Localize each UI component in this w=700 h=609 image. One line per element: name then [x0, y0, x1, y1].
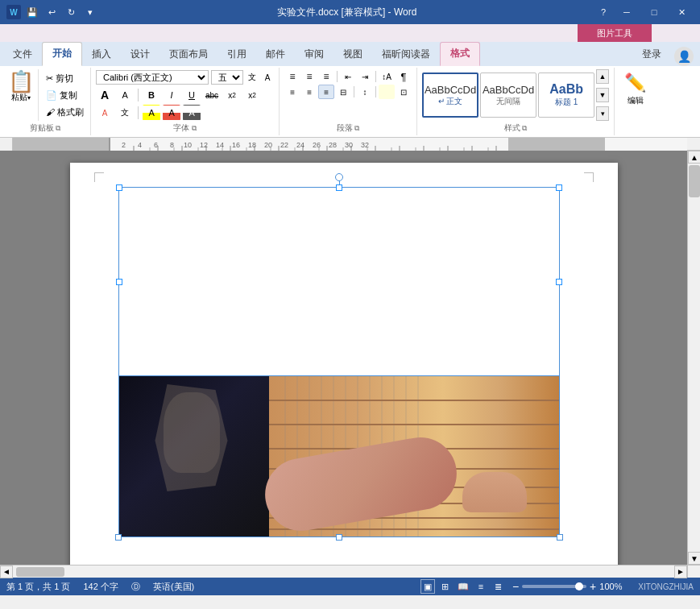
view-web-btn[interactable]: ⊞	[438, 579, 453, 594]
style-heading1-preview: AaBb	[549, 82, 583, 97]
zoom-level[interactable]: 100%	[599, 582, 625, 591]
line-spacing-btn[interactable]: ↕	[357, 85, 373, 99]
svg-text:12: 12	[200, 141, 208, 149]
tab-view[interactable]: 视图	[333, 44, 372, 66]
underline-btn[interactable]: U	[183, 87, 201, 103]
word-count[interactable]: 142 个字	[83, 581, 118, 593]
strikethrough-btn[interactable]: abc	[203, 87, 221, 103]
help-btn[interactable]: ?	[595, 5, 611, 19]
image-container[interactable]: ⊡	[118, 187, 560, 537]
handle-top-mid[interactable]	[336, 184, 342, 191]
shading-para-btn[interactable]	[379, 85, 395, 99]
shading-btn[interactable]: A	[183, 105, 201, 121]
document-page[interactable]: ⊡	[70, 163, 618, 578]
view-normal-btn[interactable]: ▣	[420, 579, 435, 594]
view-outline-btn[interactable]: ≡	[474, 579, 488, 594]
borders-btn[interactable]: ⊡	[396, 85, 412, 99]
multilevel-btn[interactable]: ≡	[318, 69, 334, 84]
scrollbar-horizontal[interactable]: ◄ ►	[0, 565, 687, 578]
numbering-btn[interactable]: ≡	[301, 69, 317, 84]
tab-file[interactable]: 文件	[3, 44, 42, 66]
highlight-btn[interactable]: A	[143, 105, 160, 121]
handle-mid-right[interactable]	[556, 279, 562, 285]
quick-undo-btn[interactable]: ↩	[43, 5, 60, 19]
align-right-btn[interactable]: ≡	[318, 85, 334, 99]
handle-mid-left[interactable]	[116, 279, 122, 285]
scroll-left-btn[interactable]: ◄	[0, 566, 13, 578]
view-read-btn[interactable]: 📖	[456, 579, 470, 594]
signin-btn[interactable]: 登录	[632, 44, 671, 66]
copy-btn[interactable]: 📄 复制	[43, 88, 87, 103]
cut-btn[interactable]: ✂ 剪切	[43, 71, 87, 86]
editing-btn[interactable]: ✏️ 编辑	[619, 69, 651, 110]
svg-rect-0	[13, 138, 110, 151]
superscript-btn[interactable]: x2	[243, 87, 261, 103]
sort-btn[interactable]: ↕A	[379, 69, 395, 84]
style-normal[interactable]: AaBbCcDd ↵ 正文	[422, 72, 478, 118]
handle-bottom-right[interactable]	[557, 534, 563, 541]
align-left-btn[interactable]: ≡	[284, 85, 300, 99]
increase-indent-btn[interactable]: ⇥	[357, 69, 373, 84]
show-marks-btn[interactable]: ¶	[396, 69, 412, 84]
scroll-h-thumb[interactable]	[16, 567, 64, 577]
tab-references[interactable]: 引用	[217, 44, 256, 66]
zoom-slider-thumb[interactable]	[575, 582, 583, 590]
tab-format[interactable]: 格式	[440, 42, 480, 66]
restore-btn[interactable]: □	[642, 0, 666, 24]
zoom-out-btn[interactable]: −	[512, 580, 519, 593]
tab-reader[interactable]: 福昕阅读器	[372, 44, 440, 66]
align-center-btn[interactable]: ≡	[301, 85, 317, 99]
format-painter-btn[interactable]: 🖌 格式刷	[43, 105, 87, 120]
quick-redo-btn[interactable]: ↻	[63, 5, 79, 19]
tab-mailings[interactable]: 邮件	[256, 44, 295, 66]
scroll-thumb[interactable]	[689, 165, 700, 197]
scroll-right-btn[interactable]: ►	[674, 566, 687, 578]
language[interactable]: 英语(美国)	[153, 581, 194, 593]
handle-bottom-mid[interactable]	[336, 534, 342, 541]
paste-btn[interactable]: 📋 粘贴▾	[3, 69, 39, 121]
font-case-btn[interactable]: A	[261, 69, 274, 85]
close-btn[interactable]: ✕	[669, 0, 694, 24]
tab-insert[interactable]: 插入	[82, 44, 121, 66]
user-avatar[interactable]: 👤	[674, 47, 694, 66]
handle-bottom-left[interactable]	[115, 534, 122, 541]
bullets-btn[interactable]: ≡	[284, 69, 300, 84]
phonetic-btn[interactable]: 文	[116, 105, 134, 121]
proofing-status[interactable]: Ⓓ	[131, 581, 140, 593]
scrollbar-vertical[interactable]: ▲ ▼	[687, 151, 700, 565]
style-no-space[interactable]: AaBbCcDd 无间隔	[480, 72, 536, 118]
ribbon-tabs: 文件 开始 插入 设计 页面布局 引用 邮件 审阅 视图 福昕阅读器 格式 登录…	[0, 42, 700, 66]
handle-top-left[interactable]	[116, 184, 122, 191]
italic-btn[interactable]: I	[163, 87, 180, 103]
justify-btn[interactable]: ⊟	[335, 85, 351, 99]
tab-review[interactable]: 审阅	[295, 44, 333, 66]
page-info[interactable]: 第 1 页，共 1 页	[6, 581, 70, 593]
svg-text:2: 2	[122, 141, 126, 149]
zoom-in-btn[interactable]: +	[590, 580, 596, 593]
tab-design[interactable]: 设计	[121, 44, 159, 66]
subscript-btn[interactable]: x2	[223, 87, 241, 103]
scroll-down-btn[interactable]: ▼	[688, 552, 700, 565]
font-dialog-btn[interactable]: 文	[246, 69, 259, 85]
minimize-btn[interactable]: ─	[615, 0, 639, 24]
font-color-btn[interactable]: A	[163, 105, 180, 121]
font-name-select[interactable]: Calibri (西文正文)	[96, 70, 209, 85]
styles-scroll-down[interactable]: ▼	[596, 88, 609, 102]
quick-save-btn[interactable]: 💾	[24, 5, 40, 19]
decrease-indent-btn[interactable]: ⇤	[340, 69, 356, 84]
view-draft-btn[interactable]: ≣	[491, 579, 506, 594]
grow-font-btn[interactable]: A	[96, 87, 114, 103]
tab-home[interactable]: 开始	[42, 42, 82, 66]
tab-layout[interactable]: 页面布局	[159, 44, 217, 66]
customize-quick-access-btn[interactable]: ▾	[82, 5, 98, 19]
styles-scroll-up[interactable]: ▲	[596, 69, 609, 84]
scroll-up-btn[interactable]: ▲	[688, 151, 700, 164]
zoom-slider[interactable]	[522, 585, 586, 588]
shrink-font-btn[interactable]: A	[116, 87, 134, 103]
styles-more[interactable]: ▾	[596, 106, 609, 121]
handle-top-right[interactable]	[556, 184, 562, 191]
font-size-select[interactable]: 五号	[211, 70, 243, 85]
clear-format-btn[interactable]: A	[96, 105, 114, 121]
style-heading1[interactable]: AaBb 标题 1	[538, 72, 594, 118]
bold-btn[interactable]: B	[143, 87, 160, 103]
